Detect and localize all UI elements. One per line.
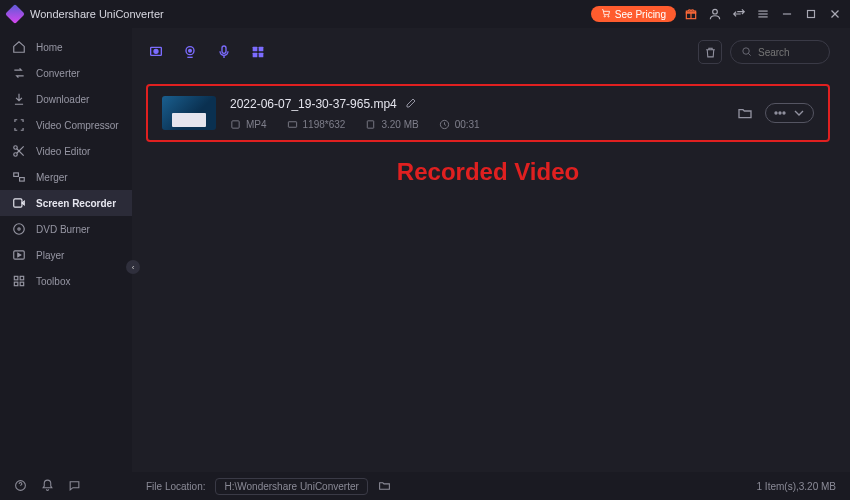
- svg-rect-20: [14, 276, 18, 280]
- svg-rect-30: [259, 47, 264, 52]
- maximize-icon[interactable]: [804, 7, 818, 21]
- grid-icon: [12, 274, 26, 288]
- recorder-toolbar: [146, 36, 830, 68]
- footer-summary: 1 Item(s),3.20 MB: [757, 481, 836, 492]
- svg-point-12: [14, 146, 18, 150]
- menu-icon[interactable]: [756, 7, 770, 21]
- meta-format: MP4: [230, 119, 267, 130]
- apps-mode-button[interactable]: [248, 42, 268, 62]
- svg-rect-35: [232, 120, 239, 127]
- sidebar-item-label: Converter: [36, 68, 80, 79]
- svg-rect-15: [20, 178, 25, 182]
- sidebar-item-compressor[interactable]: Video Compressor: [0, 112, 132, 138]
- search-box[interactable]: [730, 40, 830, 64]
- app-logo-icon: [5, 4, 25, 24]
- meta-duration: 00:31: [439, 119, 480, 130]
- sidebar-item-converter[interactable]: Converter: [0, 60, 132, 86]
- svg-rect-29: [253, 47, 258, 52]
- transfer-icon[interactable]: [732, 7, 746, 21]
- svg-rect-32: [259, 53, 264, 58]
- cart-icon: [601, 8, 611, 20]
- file-location-path[interactable]: H:\Wondershare UniConverter: [215, 478, 367, 495]
- recording-thumbnail: [162, 96, 216, 130]
- help-icon[interactable]: [14, 479, 27, 494]
- notification-icon[interactable]: [41, 479, 54, 494]
- more-actions-button[interactable]: [765, 103, 814, 123]
- svg-rect-21: [20, 276, 24, 280]
- close-icon[interactable]: [828, 7, 842, 21]
- browse-folder-button[interactable]: [378, 479, 391, 494]
- minimize-icon[interactable]: [780, 7, 794, 21]
- svg-point-27: [189, 49, 192, 52]
- sidebar-item-home[interactable]: Home: [0, 34, 132, 60]
- svg-line-34: [748, 53, 750, 55]
- merge-icon: [12, 170, 26, 184]
- search-input[interactable]: [758, 47, 850, 58]
- annotation-label: Recorded Video: [146, 158, 830, 186]
- recording-filename: 2022-06-07_19-30-37-965.mp4: [230, 97, 397, 111]
- meta-resolution: 1198*632: [287, 119, 346, 130]
- svg-rect-16: [14, 199, 22, 207]
- sidebar-item-label: Screen Recorder: [36, 198, 116, 209]
- svg-rect-9: [808, 11, 815, 18]
- svg-point-1: [608, 16, 609, 17]
- home-icon: [12, 40, 26, 54]
- svg-point-39: [775, 112, 777, 114]
- svg-point-25: [154, 49, 158, 53]
- sidebar-item-label: Player: [36, 250, 64, 261]
- svg-rect-36: [288, 121, 296, 127]
- webcam-mode-button[interactable]: [180, 42, 200, 62]
- svg-point-41: [783, 112, 785, 114]
- feedback-icon[interactable]: [68, 479, 81, 494]
- sidebar-item-label: Merger: [36, 172, 68, 183]
- scissors-icon: [12, 144, 26, 158]
- see-pricing-button[interactable]: See Pricing: [591, 6, 676, 22]
- sidebar-item-label: Video Compressor: [36, 120, 119, 131]
- titlebar: Wondershare UniConverter See Pricing: [0, 0, 850, 28]
- audio-mode-button[interactable]: [214, 42, 234, 62]
- sidebar-item-toolbox[interactable]: Toolbox: [0, 268, 132, 294]
- search-icon: [741, 46, 752, 59]
- footer: File Location: H:\Wondershare UniConvert…: [0, 472, 850, 500]
- open-folder-button[interactable]: [737, 105, 753, 121]
- meta-size: 3.20 MB: [365, 119, 418, 130]
- main-panel: 2022-06-07_19-30-37-965.mp4 MP4 1198*632: [132, 28, 850, 472]
- download-icon: [12, 92, 26, 106]
- sidebar: Home Converter Downloader Video Compress…: [0, 28, 132, 472]
- svg-rect-22: [14, 282, 18, 286]
- gift-icon[interactable]: [684, 7, 698, 21]
- sidebar-item-label: DVD Burner: [36, 224, 90, 235]
- disc-icon: [12, 222, 26, 236]
- sidebar-item-screen-recorder[interactable]: Screen Recorder: [0, 190, 132, 216]
- sidebar-item-label: Downloader: [36, 94, 89, 105]
- svg-rect-23: [20, 282, 24, 286]
- sidebar-item-label: Video Editor: [36, 146, 90, 157]
- app-title: Wondershare UniConverter: [30, 8, 164, 20]
- svg-point-4: [713, 9, 718, 14]
- svg-point-17: [14, 224, 25, 235]
- file-location-label: File Location:: [146, 481, 205, 492]
- sidebar-item-label: Toolbox: [36, 276, 70, 287]
- svg-point-13: [14, 153, 18, 157]
- sidebar-item-dvd-burner[interactable]: DVD Burner: [0, 216, 132, 242]
- delete-button[interactable]: [698, 40, 722, 64]
- recording-item[interactable]: 2022-06-07_19-30-37-965.mp4 MP4 1198*632: [146, 84, 830, 142]
- sidebar-item-player[interactable]: Player: [0, 242, 132, 268]
- pricing-label: See Pricing: [615, 9, 666, 20]
- screen-record-mode-button[interactable]: [146, 42, 166, 62]
- sidebar-item-merger[interactable]: Merger: [0, 164, 132, 190]
- svg-rect-37: [368, 120, 374, 127]
- svg-rect-28: [222, 46, 226, 53]
- record-icon: [12, 196, 26, 210]
- converter-icon: [12, 66, 26, 80]
- svg-point-18: [18, 228, 20, 230]
- sidebar-collapse-button[interactable]: ‹: [126, 260, 140, 274]
- sidebar-item-editor[interactable]: Video Editor: [0, 138, 132, 164]
- sidebar-item-downloader[interactable]: Downloader: [0, 86, 132, 112]
- rename-icon[interactable]: [405, 97, 417, 111]
- svg-point-0: [604, 16, 605, 17]
- play-icon: [12, 248, 26, 262]
- recording-info: 2022-06-07_19-30-37-965.mp4 MP4 1198*632: [230, 97, 723, 130]
- sidebar-item-label: Home: [36, 42, 63, 53]
- account-icon[interactable]: [708, 7, 722, 21]
